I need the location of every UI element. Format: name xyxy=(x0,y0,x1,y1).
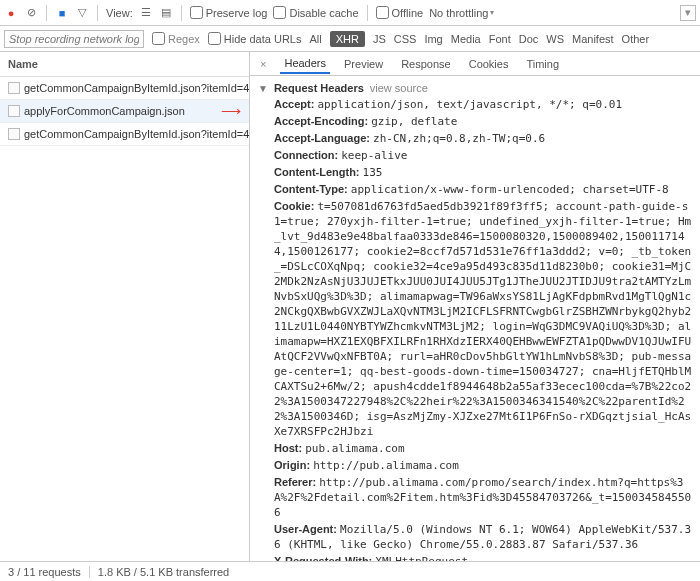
status-bar: 3 / 11 requests 1.8 KB / 5.1 KB transfer… xyxy=(0,561,700,581)
details-tabs: × Headers Preview Response Cookies Timin… xyxy=(250,52,700,76)
header-line: User-Agent: Mozilla/5.0 (Windows NT 6.1;… xyxy=(274,521,692,553)
header-line: Cookie: t=507081d6763fd5aed5db3921f89f3f… xyxy=(274,198,692,440)
header-line: Referer: http://pub.alimama.com/promo/se… xyxy=(274,474,692,521)
header-line: Accept-Encoding: gzip, deflate xyxy=(274,113,692,130)
details-panel: × Headers Preview Response Cookies Timin… xyxy=(250,52,700,561)
filter-toggle-icon[interactable]: ▽ xyxy=(75,6,89,20)
large-rows-icon[interactable]: ☰ xyxy=(139,6,153,20)
request-count: 3 / 11 requests xyxy=(8,566,81,578)
main-split: Name getCommonCampaignByItemId.json?item… xyxy=(0,52,700,561)
more-select[interactable]: ▾ xyxy=(680,5,696,21)
filter-ws[interactable]: WS xyxy=(546,33,564,45)
headers-pane[interactable]: ▼ Request Headers view source Accept: ap… xyxy=(250,76,700,561)
preserve-log-checkbox[interactable]: Preserve log xyxy=(190,6,268,19)
throttling-select[interactable]: No throttling▾ xyxy=(429,7,494,19)
overview-icon[interactable]: ▤ xyxy=(159,6,173,20)
column-header-name[interactable]: Name xyxy=(0,52,249,77)
header-line: Content-Type: application/x-www-form-url… xyxy=(274,181,692,198)
header-line: Origin: http://pub.alimama.com xyxy=(274,457,692,474)
tab-response[interactable]: Response xyxy=(397,55,455,73)
filter-img[interactable]: Img xyxy=(424,33,442,45)
request-row[interactable]: applyForCommonCampaign.json⟶ xyxy=(0,100,249,123)
view-source-link[interactable]: view source xyxy=(370,82,428,94)
view-label: View: xyxy=(106,7,133,19)
network-toolbar: ● ⊘ ■ ▽ View: ☰ ▤ Preserve log Disable c… xyxy=(0,0,700,26)
header-line: Accept-Language: zh-CN,zh;q=0.8,zh-TW;q=… xyxy=(274,130,692,147)
file-icon xyxy=(8,105,20,117)
tab-preview[interactable]: Preview xyxy=(340,55,387,73)
request-list: Name getCommonCampaignByItemId.json?item… xyxy=(0,52,250,561)
filter-all[interactable]: All xyxy=(309,33,321,45)
hide-data-urls-checkbox[interactable]: Hide data URLs xyxy=(208,32,302,45)
file-icon xyxy=(8,128,20,140)
request-row[interactable]: getCommonCampaignByItemId.json?itemId=4… xyxy=(0,77,249,100)
tab-headers[interactable]: Headers xyxy=(280,54,330,74)
header-line: Host: pub.alimama.com xyxy=(274,440,692,457)
regex-checkbox[interactable]: Regex xyxy=(152,32,200,45)
filter-js[interactable]: JS xyxy=(373,33,386,45)
header-line: Connection: keep-alive xyxy=(274,147,692,164)
clear-icon[interactable]: ⊘ xyxy=(24,6,38,20)
record-icon[interactable]: ● xyxy=(4,6,18,20)
filter-other[interactable]: Other xyxy=(622,33,650,45)
filter-media[interactable]: Media xyxy=(451,33,481,45)
collapse-triangle-icon[interactable]: ▼ xyxy=(258,83,268,94)
capture-screenshot-icon[interactable]: ■ xyxy=(55,6,69,20)
filter-font[interactable]: Font xyxy=(489,33,511,45)
filter-css[interactable]: CSS xyxy=(394,33,417,45)
header-line: Content-Length: 135 xyxy=(274,164,692,181)
file-icon xyxy=(8,82,20,94)
filter-xhr[interactable]: XHR xyxy=(330,31,365,47)
transferred-size: 1.8 KB / 5.1 KB transferred xyxy=(98,566,229,578)
offline-checkbox[interactable]: Offline xyxy=(376,6,424,19)
disable-cache-checkbox[interactable]: Disable cache xyxy=(273,6,358,19)
header-line: Accept: application/json, text/javascrip… xyxy=(274,96,692,113)
tab-cookies[interactable]: Cookies xyxy=(465,55,513,73)
filter-bar: Regex Hide data URLs All XHR JS CSS Img … xyxy=(0,26,700,52)
annotation-arrow-icon: ⟶ xyxy=(221,103,241,119)
tab-timing[interactable]: Timing xyxy=(522,55,563,73)
filter-manifest[interactable]: Manifest xyxy=(572,33,614,45)
request-headers-section[interactable]: ▼ Request Headers view source xyxy=(258,80,692,96)
request-row[interactable]: getCommonCampaignByItemId.json?itemId=4… xyxy=(0,123,249,146)
header-line: X-Requested-With: XMLHttpRequest xyxy=(274,553,692,561)
close-details-icon[interactable]: × xyxy=(256,58,270,70)
filter-doc[interactable]: Doc xyxy=(519,33,539,45)
filter-input[interactable] xyxy=(4,30,144,48)
